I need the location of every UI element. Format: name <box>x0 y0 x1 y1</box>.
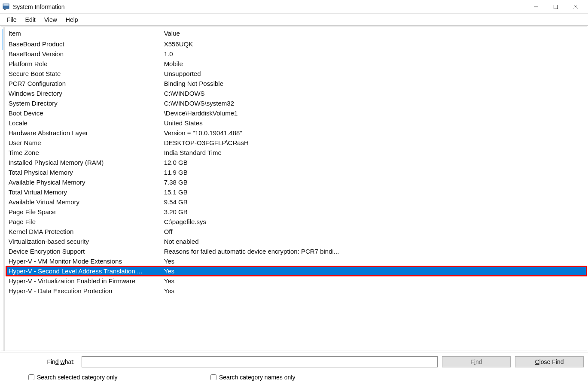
svg-rect-4 <box>554 5 558 9</box>
menu-help[interactable]: Help <box>62 15 82 24</box>
cell-item: Secure Boot State <box>6 69 161 79</box>
cell-value: C:\WINDOWS\system32 <box>161 98 587 108</box>
cell-value: \Device\HarddiskVolume1 <box>161 108 587 118</box>
table-row[interactable]: LocaleUnited States <box>6 118 587 128</box>
cell-value: X556UQK <box>161 39 587 49</box>
close-button[interactable] <box>566 0 585 14</box>
svg-rect-1 <box>3 4 9 6</box>
cell-item: Hyper-V - Virtualization Enabled in Firm… <box>6 276 161 286</box>
find-bar: Find what: Find Close Find Search select… <box>0 352 588 382</box>
table-row[interactable]: Boot Device\Device\HarddiskVolume1 <box>6 108 587 118</box>
cell-item: Device Encryption Support <box>6 246 161 256</box>
cell-item: Available Physical Memory <box>6 177 161 187</box>
cell-value: C:\WINDOWS <box>161 88 587 98</box>
table-row[interactable]: Windows DirectoryC:\WINDOWS <box>6 88 587 98</box>
table-row[interactable]: Page File Space3.20 GB <box>6 207 587 217</box>
checkbox-icon[interactable] <box>210 374 216 380</box>
menu-edit[interactable]: Edit <box>22 15 39 24</box>
table-row[interactable]: Virtualization-based securityNot enabled <box>6 236 587 246</box>
tree-panel[interactable]: System Summary + Hardware Resources + Co… <box>1 27 5 351</box>
table-row[interactable]: System DirectoryC:\WINDOWS\system32 <box>6 98 587 108</box>
cell-value: Reasons for failed automatic device encr… <box>161 246 587 256</box>
cell-value: India Standard Time <box>161 148 587 158</box>
table-row[interactable]: Hyper-V - Data Execution ProtectionYes <box>6 286 587 296</box>
table-row[interactable]: Hyper-V - Virtualization Enabled in Firm… <box>6 276 587 286</box>
app-icon <box>3 3 10 11</box>
table-row[interactable]: Hyper-V - VM Monitor Mode ExtensionsYes <box>6 256 587 266</box>
table-header-row[interactable]: Item Value <box>6 28 587 39</box>
checkbox-label: Search category names only <box>219 374 295 381</box>
tree-item[interactable]: + Hardware Resources <box>2 50 5 71</box>
cell-item: Boot Device <box>6 108 161 118</box>
tree-root-node[interactable]: System Summary <box>2 29 5 50</box>
window-controls <box>526 0 585 14</box>
cell-item: PCR7 Configuration <box>6 79 161 88</box>
cell-item: Available Virtual Memory <box>6 197 161 207</box>
table-row[interactable]: Secure Boot StateUnsupported <box>6 69 587 79</box>
cell-item: Hyper-V - Second Level Address Translati… <box>6 266 161 276</box>
checkbox-icon[interactable] <box>28 374 34 380</box>
menu-view[interactable]: View <box>41 15 61 24</box>
details-panel[interactable]: Item Value BaseBoard ProductX556UQKBaseB… <box>5 27 587 351</box>
table-row[interactable]: Available Virtual Memory9.54 GB <box>6 197 587 207</box>
table-row[interactable]: Total Physical Memory11.9 GB <box>6 167 587 177</box>
table-row[interactable]: Page FileC:\pagefile.sys <box>6 217 587 227</box>
cell-value: C:\pagefile.sys <box>161 217 587 227</box>
cell-value: Yes <box>161 256 587 266</box>
cell-item: Total Physical Memory <box>6 167 161 177</box>
cell-value: Mobile <box>161 59 587 69</box>
cell-value: Binding Not Possible <box>161 79 587 88</box>
minimize-button[interactable] <box>526 0 546 14</box>
maximize-button[interactable] <box>546 0 566 14</box>
table-row[interactable]: Hyper-V - Second Level Address Translati… <box>6 266 587 276</box>
menubar: File Edit View Help <box>0 14 588 26</box>
cell-value: 1.0 <box>161 49 587 59</box>
col-item[interactable]: Item <box>6 28 161 39</box>
tree-item[interactable]: + Software Environment <box>2 82 5 103</box>
menu-file[interactable]: File <box>3 15 20 24</box>
find-input[interactable] <box>82 356 438 367</box>
cell-item: Hyper-V - VM Monitor Mode Extensions <box>6 256 161 266</box>
cell-item: Hyper-V - Data Execution Protection <box>6 286 161 296</box>
table-row[interactable]: Total Virtual Memory15.1 GB <box>6 187 587 197</box>
table-row[interactable]: Hardware Abstraction LayerVersion = "10.… <box>6 128 587 138</box>
close-find-button[interactable]: Close Find <box>515 356 584 367</box>
cell-item: System Directory <box>6 98 161 108</box>
cell-item: Page File Space <box>6 207 161 217</box>
cell-value: 7.38 GB <box>161 177 587 187</box>
cell-item: Virtualization-based security <box>6 236 161 246</box>
cell-item: Page File <box>6 217 161 227</box>
cell-item: Kernel DMA Protection <box>6 227 161 236</box>
col-value[interactable]: Value <box>161 28 587 39</box>
table-row[interactable]: Device Encryption SupportReasons for fai… <box>6 246 587 256</box>
cell-value: 11.9 GB <box>161 167 587 177</box>
table-row[interactable]: Platform RoleMobile <box>6 59 587 69</box>
cell-value: 9.54 GB <box>161 197 587 207</box>
table-row[interactable]: Available Physical Memory7.38 GB <box>6 177 587 187</box>
cell-value: 12.0 GB <box>161 158 587 167</box>
cell-value: Unsupported <box>161 69 587 79</box>
table-row[interactable]: User NameDESKTOP-O3FGFLP\CRasH <box>6 138 587 148</box>
titlebar: System Information <box>0 0 588 14</box>
cell-value: Yes <box>161 286 587 296</box>
find-button[interactable]: Find <box>442 356 511 367</box>
table-row[interactable]: Time ZoneIndia Standard Time <box>6 148 587 158</box>
table-row[interactable]: BaseBoard Version1.0 <box>6 49 587 59</box>
cell-value: Yes <box>161 266 587 276</box>
table-row[interactable]: PCR7 ConfigurationBinding Not Possible <box>6 79 587 88</box>
table-row[interactable]: Installed Physical Memory (RAM)12.0 GB <box>6 158 587 167</box>
search-names-checkbox[interactable]: Search category names only <box>82 374 584 381</box>
cell-value: United States <box>161 118 587 128</box>
svg-rect-2 <box>4 9 6 10</box>
cell-item: Windows Directory <box>6 88 161 98</box>
table-row[interactable]: Kernel DMA ProtectionOff <box>6 227 587 236</box>
cell-item: Locale <box>6 118 161 128</box>
table-row[interactable]: BaseBoard ProductX556UQK <box>6 39 587 49</box>
cell-item: BaseBoard Version <box>6 49 161 59</box>
cell-value: 3.20 GB <box>161 207 587 217</box>
cell-value: Version = "10.0.19041.488" <box>161 128 587 138</box>
tree-item[interactable]: + Components <box>2 71 5 82</box>
cell-item: Time Zone <box>6 148 161 158</box>
cell-item: Total Virtual Memory <box>6 187 161 197</box>
details-table: Item Value BaseBoard ProductX556UQKBaseB… <box>6 28 587 296</box>
